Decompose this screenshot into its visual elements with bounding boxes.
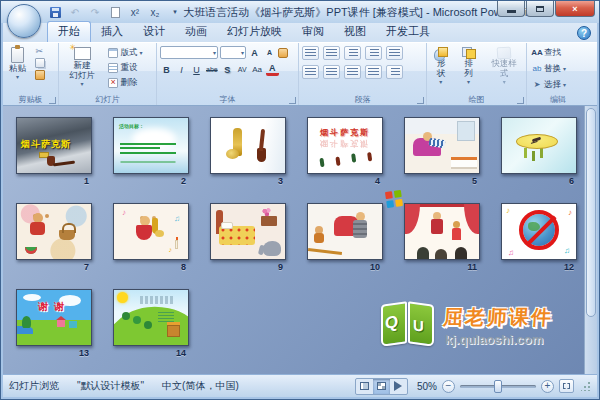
slides-group-label: 幻灯片 bbox=[59, 94, 156, 105]
minimize-button[interactable] bbox=[497, 1, 525, 17]
font-dialog-launcher[interactable] bbox=[289, 97, 296, 104]
align-left-button[interactable] bbox=[302, 65, 319, 79]
layout-button[interactable]: 版式▾ bbox=[106, 46, 144, 59]
slide-thumbnail-6[interactable] bbox=[501, 117, 577, 174]
customize-qat-button[interactable]: ▾ bbox=[167, 4, 183, 20]
slide-thumbnail-2[interactable]: 活动目标： bbox=[113, 117, 189, 174]
logo-url: kj.qulaoshi.com bbox=[445, 332, 553, 347]
replace-button[interactable]: ab替换▾ bbox=[530, 62, 568, 75]
align-right-button[interactable] bbox=[344, 65, 361, 79]
maximize-button[interactable] bbox=[526, 1, 554, 17]
line-spacing-button[interactable] bbox=[386, 46, 403, 60]
reset-button[interactable]: 重设 bbox=[106, 61, 144, 74]
slide-thumbnail-11[interactable] bbox=[404, 203, 480, 260]
resize-grip[interactable] bbox=[581, 381, 591, 391]
shapes-button[interactable]: 形状 ▾ bbox=[430, 46, 452, 86]
columns-button[interactable] bbox=[386, 65, 403, 79]
slide-thumbnail-3[interactable] bbox=[210, 117, 286, 174]
slide-thumbnail-14[interactable] bbox=[113, 289, 189, 346]
justify-button[interactable] bbox=[365, 65, 382, 79]
subscript-button[interactable]: x₂ bbox=[147, 4, 163, 20]
slide-sorter-pane[interactable]: 烟斗萨克斯 1 活动目标： 2 3 烟斗萨克斯 烟斗萨克斯 4 bbox=[3, 106, 597, 374]
select-button[interactable]: ➤选择▾ bbox=[530, 78, 568, 91]
character-spacing-button[interactable]: AV bbox=[236, 63, 249, 76]
tab-developer[interactable]: 开发工具 bbox=[376, 22, 440, 42]
stand-art bbox=[261, 216, 277, 226]
slideshow-view-button[interactable] bbox=[390, 379, 407, 394]
tree-art bbox=[22, 316, 31, 328]
zoom-in-button[interactable]: + bbox=[541, 380, 554, 393]
help-icon[interactable]: ? bbox=[577, 26, 591, 40]
tab-home[interactable]: 开始 bbox=[47, 21, 91, 42]
tab-insert[interactable]: 插入 bbox=[91, 22, 133, 42]
slide-thumbnail-1[interactable]: 烟斗萨克斯 bbox=[16, 117, 92, 174]
zoom-out-button[interactable]: − bbox=[442, 380, 455, 393]
italic-button[interactable]: I bbox=[175, 63, 188, 76]
delete-slide-button[interactable]: 删除 bbox=[106, 76, 144, 89]
normal-view-button[interactable] bbox=[356, 379, 373, 394]
shrink-font-button[interactable]: A bbox=[263, 46, 276, 59]
font-color-button[interactable]: A bbox=[266, 63, 279, 76]
redo-button[interactable]: ↷ bbox=[87, 4, 103, 20]
language-status[interactable]: 中文(简体，中国) bbox=[162, 379, 239, 393]
office-button[interactable] bbox=[7, 4, 41, 38]
slide-cell-4: 烟斗萨克斯 烟斗萨克斯 4 bbox=[307, 117, 383, 186]
slide-thumbnail-13[interactable]: 谢谢 bbox=[16, 289, 92, 346]
format-painter-button[interactable] bbox=[35, 70, 45, 80]
fit-to-window-button[interactable] bbox=[559, 379, 574, 393]
slide-thumbnail-9[interactable] bbox=[210, 203, 286, 260]
zoom-slider-thumb[interactable] bbox=[494, 380, 502, 393]
tab-view[interactable]: 视图 bbox=[334, 22, 376, 42]
arrange-button[interactable]: 排列 ▾ bbox=[458, 46, 480, 86]
text-shadow-button[interactable]: S bbox=[221, 63, 234, 76]
paste-button[interactable]: 粘贴 ▾ bbox=[6, 46, 29, 82]
slide-thumbnail-8[interactable]: ♪ ♫ ♪ bbox=[113, 203, 189, 260]
paste-icon bbox=[11, 47, 24, 63]
copy-button[interactable] bbox=[35, 58, 45, 68]
cut-button[interactable]: ✂ bbox=[35, 46, 45, 56]
close-button[interactable]: × bbox=[555, 1, 595, 17]
increase-indent-button[interactable] bbox=[365, 46, 382, 60]
zoom-level[interactable]: 50% bbox=[413, 381, 437, 392]
change-case-button[interactable]: Aa bbox=[251, 63, 264, 76]
font-size-select[interactable]: ▾ bbox=[220, 46, 246, 59]
superscript-button[interactable]: x² bbox=[127, 4, 143, 20]
undo-button[interactable]: ↶ bbox=[67, 4, 83, 20]
grow-font-button[interactable]: A bbox=[248, 46, 261, 59]
bullets-button[interactable] bbox=[302, 46, 319, 60]
bullets-icon bbox=[305, 49, 316, 58]
find-button[interactable]: AA查找 bbox=[530, 46, 568, 59]
bold-button[interactable]: B bbox=[160, 63, 173, 76]
slide-thumbnail-4[interactable]: 烟斗萨克斯 烟斗萨克斯 bbox=[307, 117, 383, 174]
slide-sorter-view-button[interactable] bbox=[373, 379, 390, 394]
tab-design[interactable]: 设计 bbox=[133, 22, 175, 42]
slide-thumbnail-7[interactable] bbox=[16, 203, 92, 260]
tab-slideshow[interactable]: 幻灯片放映 bbox=[217, 22, 292, 42]
zoom-slider[interactable] bbox=[460, 385, 536, 388]
underline-button[interactable]: U bbox=[190, 63, 203, 76]
quick-styles-button[interactable]: 快速样式 ▾ bbox=[486, 46, 524, 86]
drawing-dialog-launcher[interactable] bbox=[517, 97, 524, 104]
slide-thumbnail-10[interactable] bbox=[307, 203, 383, 260]
tab-review[interactable]: 审阅 bbox=[292, 22, 334, 42]
stool-art bbox=[452, 228, 461, 240]
tab-animations[interactable]: 动画 bbox=[175, 22, 217, 42]
clear-formatting-button[interactable] bbox=[278, 48, 288, 58]
new-slide-button[interactable]: 新建 幻灯片 ▾ bbox=[62, 46, 102, 88]
strikethrough-button[interactable]: abe bbox=[205, 63, 219, 76]
slide-thumbnail-12[interactable]: ♪ ♫ ♪ ♫ bbox=[501, 203, 577, 260]
print-preview-button[interactable] bbox=[107, 4, 123, 20]
paragraph-dialog-launcher[interactable] bbox=[417, 97, 424, 104]
decrease-indent-button[interactable] bbox=[344, 46, 361, 60]
align-center-button[interactable] bbox=[323, 65, 340, 79]
vertical-scrollbar[interactable] bbox=[584, 106, 597, 374]
template-status[interactable]: "默认设计模板" bbox=[77, 379, 144, 393]
clipboard-dialog-launcher[interactable] bbox=[49, 97, 56, 104]
font-name-select[interactable]: ▾ bbox=[160, 46, 218, 59]
scrollbar-thumb[interactable] bbox=[586, 108, 596, 317]
view-switcher bbox=[355, 378, 408, 395]
numbering-button[interactable] bbox=[323, 46, 340, 60]
music-note-icon: ♪ bbox=[169, 246, 173, 253]
slide-thumbnail-5[interactable] bbox=[404, 117, 480, 174]
save-button[interactable] bbox=[47, 4, 63, 20]
